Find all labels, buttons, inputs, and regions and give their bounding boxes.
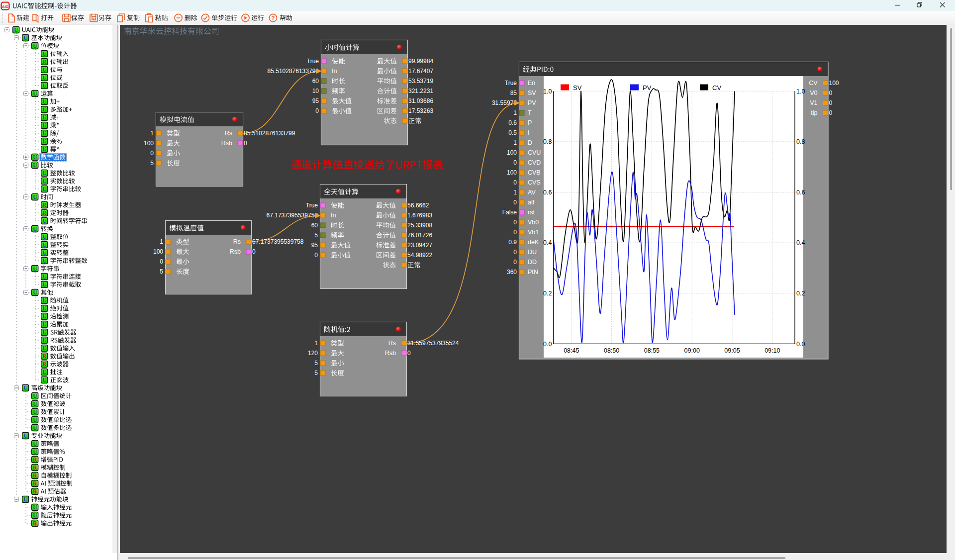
svg-text:CVD: CVD <box>528 159 541 166</box>
svg-text:U: U <box>42 337 47 343</box>
svg-text:U: U <box>42 313 47 319</box>
svg-text:54.98922: 54.98922 <box>407 252 432 259</box>
svg-text:U: U <box>33 401 37 407</box>
svg-text:95: 95 <box>311 242 318 249</box>
svg-text:100: 100 <box>144 140 154 147</box>
svg-text:0.6: 0.6 <box>796 189 805 196</box>
svg-text:Rs: Rs <box>388 340 396 347</box>
svg-text:PV: PV <box>528 99 536 106</box>
svg-text:5: 5 <box>314 370 318 376</box>
svg-text:CV: CV <box>809 80 818 87</box>
svg-text:1: 1 <box>513 189 517 196</box>
svg-text:U: U <box>42 98 47 104</box>
svg-text:99.99984: 99.99984 <box>408 58 433 65</box>
svg-text:10: 10 <box>312 88 319 94</box>
svg-text:0: 0 <box>513 219 517 226</box>
svg-text:120: 120 <box>308 350 318 357</box>
svg-text:85.5102876133799: 85.5102876133799 <box>244 130 295 137</box>
svg-text:R: R <box>33 465 37 470</box>
svg-text:U: U <box>42 369 47 375</box>
svg-text:100: 100 <box>153 248 163 255</box>
svg-text:0.9: 0.9 <box>508 239 517 246</box>
svg-text:U: U <box>42 138 47 144</box>
svg-text:U: U <box>42 114 47 120</box>
svg-text:67.1737395539758: 67.1737395539758 <box>267 212 318 219</box>
svg-text:09:05: 09:05 <box>724 347 740 354</box>
svg-text:U: U <box>42 329 47 335</box>
svg-text:76.01726: 76.01726 <box>407 232 432 239</box>
svg-text:alf: alf <box>528 199 535 206</box>
svg-text:R: R <box>33 520 37 526</box>
svg-text:AIC: AIC <box>2 4 9 9</box>
svg-text:U: U <box>33 194 37 200</box>
svg-text:67.1737395539758: 67.1737395539758 <box>252 238 304 245</box>
svg-text:1: 1 <box>160 238 163 245</box>
svg-text:0: 0 <box>829 99 833 106</box>
svg-text:1: 1 <box>513 109 517 116</box>
svg-text:0: 0 <box>513 199 517 206</box>
svg-text:0.8: 0.8 <box>796 138 805 145</box>
svg-text:U: U <box>23 385 28 391</box>
svg-text:1: 1 <box>513 139 517 146</box>
svg-text:P: P <box>528 119 532 126</box>
svg-text:0.4: 0.4 <box>796 239 805 246</box>
svg-text:0.6: 0.6 <box>543 189 552 196</box>
svg-text:Rsb: Rsb <box>221 140 232 147</box>
svg-text:U: U <box>33 425 37 431</box>
svg-text:PtN: PtN <box>528 269 538 276</box>
svg-text:U: U <box>42 146 47 152</box>
svg-text:U: U <box>33 266 37 272</box>
svg-text:17.53263: 17.53263 <box>408 107 433 114</box>
svg-text:100: 100 <box>507 149 517 156</box>
svg-text:U: U <box>33 289 37 295</box>
svg-text:U: U <box>42 258 47 264</box>
svg-text:321.2231: 321.2231 <box>408 88 433 94</box>
svg-text:0.0: 0.0 <box>543 341 552 348</box>
svg-text:Vb1: Vb1 <box>528 229 539 236</box>
svg-text:False: False <box>502 209 517 216</box>
svg-text:True: True <box>306 202 318 209</box>
svg-text:U: U <box>42 345 47 351</box>
svg-text:SV: SV <box>528 90 536 96</box>
svg-text:U: U <box>42 281 47 287</box>
svg-text:0: 0 <box>829 90 833 96</box>
svg-text:U: U <box>42 51 47 57</box>
svg-text:SV: SV <box>573 84 582 92</box>
svg-text:0.5: 0.5 <box>508 129 517 136</box>
svg-text:PV: PV <box>643 84 652 92</box>
svg-text:U: U <box>42 218 47 224</box>
svg-text:R: R <box>42 353 47 359</box>
svg-text:U: U <box>42 178 47 184</box>
svg-text:True: True <box>505 80 517 87</box>
svg-text:0: 0 <box>314 252 318 259</box>
svg-text:R: R <box>42 210 47 216</box>
svg-text:CVS: CVS <box>528 179 541 186</box>
svg-text:U: U <box>42 122 47 128</box>
svg-text:I: I <box>528 129 529 136</box>
svg-text:0.8: 0.8 <box>543 138 552 145</box>
svg-text:U: U <box>42 186 47 192</box>
svg-text:deK: deK <box>528 239 539 246</box>
svg-text:DU: DU <box>528 249 537 256</box>
svg-text:U: U <box>42 75 47 81</box>
svg-text:0: 0 <box>244 140 247 147</box>
svg-text:U: U <box>33 43 37 49</box>
svg-text:31.03686: 31.03686 <box>408 97 433 104</box>
svg-text:U: U <box>42 274 47 280</box>
svg-text:R: R <box>33 480 37 486</box>
svg-text:U: U <box>33 154 37 160</box>
svg-text:0: 0 <box>407 350 411 357</box>
svg-text:U: U <box>42 234 47 240</box>
svg-text:100: 100 <box>507 169 517 176</box>
svg-text:0: 0 <box>513 179 517 186</box>
svg-text:1.0: 1.0 <box>543 88 552 95</box>
svg-text:U: U <box>33 504 37 510</box>
svg-text:08:50: 08:50 <box>604 347 619 354</box>
svg-text:U: U <box>42 250 47 256</box>
svg-text:60: 60 <box>312 78 319 85</box>
svg-text:23.09427: 23.09427 <box>407 242 432 249</box>
svg-text:R: R <box>42 202 47 208</box>
svg-text:0: 0 <box>315 107 319 114</box>
svg-text:U: U <box>42 297 47 303</box>
svg-text:0: 0 <box>150 150 154 157</box>
